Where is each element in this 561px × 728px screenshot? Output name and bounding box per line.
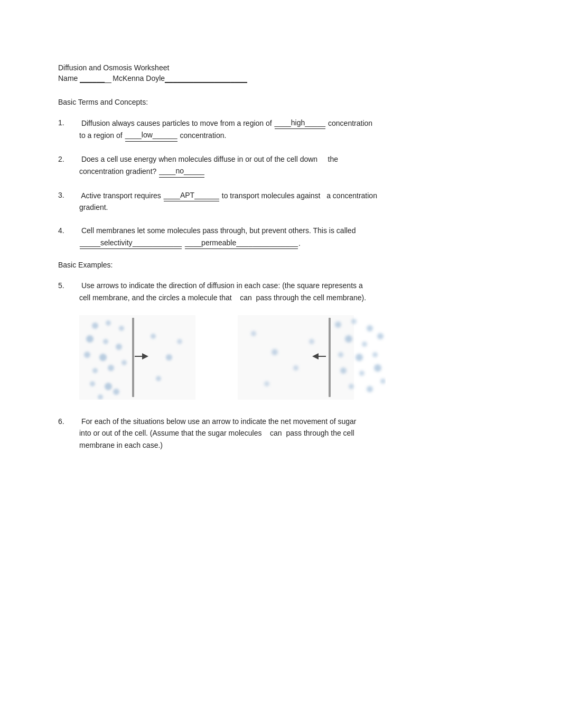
name-blank-left: ______ [80,74,111,83]
svg-point-2 [86,335,94,343]
q4-blank1-answer: selectivity [100,238,133,247]
svg-point-18 [156,376,161,381]
svg-point-11 [113,389,119,395]
svg-point-4 [84,352,90,358]
svg-point-12 [119,326,124,331]
diagram-2 [238,315,354,400]
q6-number: 6. [58,416,79,427]
q4-blank2-answer: permeable [201,238,236,247]
q6-text-line1: For each of the situations below use an … [81,417,357,426]
q3-line2: gradient. [79,203,108,211]
svg-point-25 [362,342,367,347]
q1-blank2-answer: low [142,131,153,139]
svg-point-27 [338,352,343,357]
q1-text-after: concentration [326,119,372,127]
diagrams-row [79,315,503,400]
q1-text-after2: concentration. [178,131,227,140]
q1-text-before: Diffusion always causes particles to mov… [81,119,274,127]
svg-point-14 [121,360,127,365]
svg-point-1 [106,320,111,326]
diagram-1 [79,315,195,400]
svg-point-5 [99,354,107,361]
q4-blank1: _____selectivity____________ [80,237,182,249]
q2-blank-pre: ____no_____ [159,165,204,177]
q5-number: 5. [58,280,79,291]
q2-line2-pre: concentration gradient? [79,167,158,176]
q1-blank1-answer: high [291,118,305,127]
q3-number: 3. [58,189,79,201]
svg-point-8 [90,381,95,386]
svg-point-40 [264,381,269,386]
svg-point-31 [359,371,364,376]
q2-text: Does a cell use energy when molecules di… [81,155,338,163]
q3-blank-answer: APT [180,191,194,199]
svg-point-21 [335,321,341,328]
svg-point-10 [98,394,103,400]
q4-number: 4. [58,225,79,236]
svg-point-41 [309,339,314,344]
svg-point-6 [92,368,98,373]
svg-point-16 [151,334,156,339]
svg-point-35 [380,379,386,384]
svg-point-39 [293,365,298,371]
question-3: 3. Active transport requires ____APT____… [58,189,503,214]
svg-point-3 [103,339,108,344]
q4-text: Cell membranes let some molecules pass t… [81,226,356,235]
svg-point-7 [108,365,114,371]
q1-line2-pre: to a region of [79,131,125,140]
question-2: 2. Does a cell use energy when molecules… [58,153,503,178]
svg-point-13 [116,344,122,350]
svg-point-17 [166,354,172,361]
svg-point-23 [367,325,373,331]
svg-point-19 [177,339,182,344]
q6-text-line2: into or out of the cell. (Assume that th… [79,429,354,437]
q2-number: 2. [58,153,79,165]
q3-text-after: to transport molecules against a concent… [220,191,377,200]
name-label: Name [58,74,78,82]
q1-blank1-pre: ____high_____ [275,117,326,129]
svg-point-9 [105,383,112,390]
q5-line2: cell membrane, and the circles a molecul… [79,293,366,302]
q3-blank-pre: ____APT______ [164,189,219,201]
svg-point-0 [92,322,98,329]
q2-blank-answer: no [175,167,184,175]
svg-rect-15 [132,318,134,397]
q6-text-line3: membrane in each case.) [79,441,163,449]
q5-text: Use arrows to indicate the direction of … [81,281,363,290]
svg-point-38 [272,349,278,355]
svg-point-34 [367,386,373,392]
question-5: 5. Use arrows to indicate the direction … [58,280,503,303]
name-line: Name ______McKenna Doyle________________… [58,74,503,83]
svg-point-24 [345,335,352,343]
page: Diffusion and Osmosis Worksheet Name ___… [0,0,561,728]
svg-point-33 [349,384,354,389]
q1-number: 1. [58,117,79,128]
q3-text-before: Active transport requires [81,191,163,200]
svg-point-26 [377,333,384,339]
svg-point-32 [374,364,381,372]
q4-end: . [298,239,301,247]
svg-point-37 [251,331,256,336]
question-1: 1. Diffusion always causes particles to … [58,117,503,142]
section2-header: Basic Examples: [58,261,503,269]
q1-blank2-pre: ____low______ [125,129,177,141]
name-blank-right: ____________________ [165,74,247,83]
svg-point-22 [351,319,357,324]
svg-point-28 [356,354,363,361]
svg-rect-36 [329,318,331,397]
worksheet-title: Diffusion and Osmosis Worksheet [58,63,503,72]
q4-blank2: ____permeable_______________ [185,237,298,249]
name-value: McKenna Doyle [113,74,165,82]
question-6: 6. For each of the situations below use … [58,416,503,451]
svg-point-29 [372,352,378,357]
section1-header: Basic Terms and Concepts: [58,98,503,106]
question-4: 4. Cell membranes let some molecules pas… [58,225,503,249]
q4-space [182,239,184,247]
diagram-2-svg [238,315,386,400]
diagram-1-svg [79,315,195,400]
svg-point-30 [340,367,347,374]
